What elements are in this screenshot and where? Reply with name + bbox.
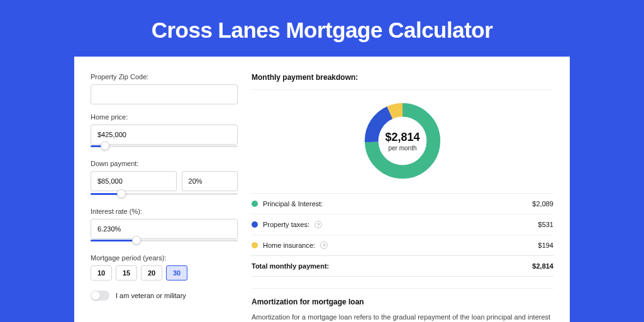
donut-wrap: $2,814 per month: [252, 90, 553, 193]
inner-frame: Property Zip Code: Home price: Down paym…: [74, 57, 570, 322]
veteran-row: I am veteran or military: [91, 291, 238, 301]
results-panel: Monthly payment breakdown: $2,814 per mo…: [252, 73, 570, 322]
amort-title: Amortization for mortgage loan: [252, 297, 553, 306]
payment-donut-chart: $2,814 per month: [362, 100, 443, 182]
page-title: Cross Lanes Mortgage Calculator: [0, 0, 644, 57]
legend-label: Property taxes:: [263, 221, 309, 228]
inputs-panel: Property Zip Code: Home price: Down paym…: [74, 73, 238, 322]
total-row: Total monthly payment: $2,814: [252, 255, 553, 277]
price-field: Home price:: [91, 113, 238, 151]
period-label: Mortgage period (years):: [91, 254, 238, 262]
rate-input[interactable]: [91, 219, 238, 239]
dot-icon: [252, 242, 258, 248]
legend-label: Principal & Interest:: [263, 200, 323, 208]
dot-icon: [252, 201, 258, 207]
price-slider-thumb[interactable]: [101, 142, 109, 150]
price-input[interactable]: [91, 125, 238, 145]
veteran-label: I am veteran or military: [116, 292, 186, 299]
legend-principal: Principal & Interest: $2,089: [252, 193, 553, 214]
zip-input[interactable]: [91, 84, 238, 104]
donut-sub: per month: [388, 145, 416, 152]
rate-label: Interest rate (%):: [91, 208, 238, 215]
total-label: Total monthly payment:: [252, 262, 329, 270]
down-slider[interactable]: [91, 192, 238, 199]
period-button-10[interactable]: 10: [91, 265, 112, 280]
period-button-30[interactable]: 30: [166, 265, 187, 280]
dot-icon: [252, 221, 258, 228]
info-icon[interactable]: ?: [320, 242, 328, 249]
legend-taxes: Property taxes: ? $531: [252, 214, 553, 235]
period-buttons: 10152030: [91, 265, 238, 280]
breakdown-title: Monthly payment breakdown:: [252, 73, 553, 90]
rate-slider-thumb[interactable]: [132, 236, 141, 245]
veteran-toggle[interactable]: [91, 291, 109, 301]
down-label: Down payment:: [91, 160, 238, 167]
price-slider[interactable]: [91, 145, 238, 151]
down-pct-input[interactable]: [182, 171, 238, 191]
down-slider-thumb[interactable]: [117, 189, 126, 198]
period-field: Mortgage period (years): 10152030: [91, 254, 238, 280]
calculator-card: Property Zip Code: Home price: Down paym…: [74, 57, 570, 322]
price-label: Home price:: [91, 113, 238, 121]
total-value: $2,814: [532, 262, 553, 270]
zip-field: Property Zip Code:: [91, 73, 238, 104]
period-button-20[interactable]: 20: [141, 265, 162, 280]
zip-label: Property Zip Code:: [91, 73, 238, 80]
legend-value: $2,089: [532, 200, 553, 208]
info-icon[interactable]: ?: [314, 221, 322, 228]
amort-text: Amortization for a mortgage loan refers …: [252, 313, 553, 322]
amortization-panel: Amortization for mortgage loan Amortizat…: [252, 288, 553, 322]
legend-insurance: Home insurance: ? $194: [252, 235, 553, 255]
legend-value: $194: [538, 242, 553, 249]
rate-field: Interest rate (%):: [91, 208, 238, 245]
donut-amount: $2,814: [385, 131, 419, 144]
down-field: Down payment:: [91, 160, 238, 199]
period-button-15[interactable]: 15: [116, 265, 137, 280]
down-amount-input[interactable]: [91, 171, 177, 191]
legend-label: Home insurance:: [263, 242, 315, 249]
rate-slider[interactable]: [91, 239, 238, 245]
legend-value: $531: [538, 221, 553, 228]
